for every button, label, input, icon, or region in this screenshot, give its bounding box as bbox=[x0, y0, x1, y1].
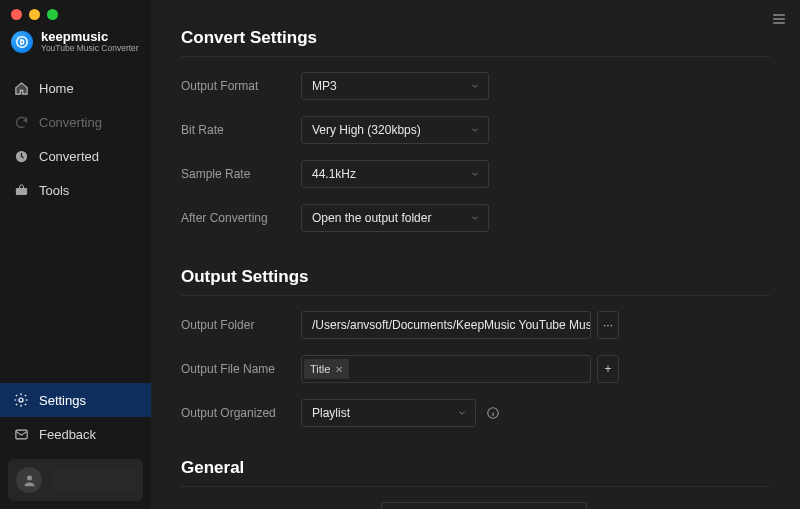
sidebar-item-tools[interactable]: Tools bbox=[0, 174, 151, 208]
row-sample-rate: Sample Rate 44.1kHz bbox=[181, 159, 770, 189]
close-icon[interactable] bbox=[11, 9, 22, 20]
select-appearance[interactable]: dark bbox=[381, 502, 587, 509]
chevron-down-icon bbox=[470, 81, 480, 91]
add-tag-button[interactable]: + bbox=[597, 355, 619, 383]
maximize-icon[interactable] bbox=[47, 9, 58, 20]
row-output-format: Output Format MP3 bbox=[181, 71, 770, 101]
clock-icon bbox=[13, 149, 29, 165]
divider bbox=[181, 56, 770, 57]
sidebar-item-label: Tools bbox=[39, 183, 69, 198]
info-icon[interactable] bbox=[484, 404, 502, 422]
sidebar-item-label: Converting bbox=[39, 115, 102, 130]
label-output-organized: Output Organized bbox=[181, 406, 301, 420]
sidebar-item-label: Converted bbox=[39, 149, 99, 164]
account-card[interactable] bbox=[8, 459, 143, 501]
sync-icon bbox=[13, 115, 29, 131]
select-value: Playlist bbox=[312, 406, 350, 420]
select-value: MP3 bbox=[312, 79, 337, 93]
select-output-organized[interactable]: Playlist bbox=[301, 399, 476, 427]
sidebar-item-converting[interactable]: Converting bbox=[0, 106, 151, 140]
sidebar-item-label: Home bbox=[39, 81, 74, 96]
app-window: keepmusic YouTube Music Converter Home C… bbox=[0, 0, 800, 509]
divider bbox=[181, 295, 770, 296]
brand-subtitle: YouTube Music Converter bbox=[41, 44, 139, 53]
select-value: Open the output folder bbox=[312, 211, 431, 225]
row-bit-rate: Bit Rate Very High (320kbps) bbox=[181, 115, 770, 145]
chevron-down-icon bbox=[470, 125, 480, 135]
sidebar-item-converted[interactable]: Converted bbox=[0, 140, 151, 174]
account-blurred-info bbox=[52, 469, 135, 491]
sidebar-item-settings[interactable]: Settings bbox=[0, 383, 151, 417]
chip-label: Title bbox=[310, 363, 330, 375]
output-folder-field[interactable]: /Users/anvsoft/Documents/KeepMusic YouTu… bbox=[301, 311, 591, 339]
sidebar-item-label: Settings bbox=[39, 393, 86, 408]
chip-remove-icon[interactable]: ✕ bbox=[335, 364, 343, 375]
sidebar: keepmusic YouTube Music Converter Home C… bbox=[0, 0, 151, 509]
main-panel: Convert Settings Output Format MP3 Bit R… bbox=[151, 0, 800, 509]
select-bit-rate[interactable]: Very High (320kbps) bbox=[301, 116, 489, 144]
avatar-icon bbox=[16, 467, 42, 493]
mail-icon bbox=[13, 426, 29, 442]
section-title-convert: Convert Settings bbox=[181, 28, 770, 48]
home-icon bbox=[13, 81, 29, 97]
sidebar-item-feedback[interactable]: Feedback bbox=[0, 417, 151, 451]
toolbox-icon bbox=[13, 183, 29, 199]
brand: keepmusic YouTube Music Converter bbox=[0, 20, 151, 72]
window-controls bbox=[0, 0, 151, 20]
row-output-organized: Output Organized Playlist bbox=[181, 398, 770, 428]
sidebar-item-home[interactable]: Home bbox=[0, 72, 151, 106]
chip-title: Title ✕ bbox=[304, 359, 349, 379]
row-output-filename: Output File Name Title ✕ + bbox=[181, 354, 770, 384]
row-appearance: Appearance dark bbox=[181, 501, 770, 509]
divider bbox=[181, 486, 770, 487]
sidebar-item-label: Feedback bbox=[39, 427, 96, 442]
settings-scroll: Convert Settings Output Format MP3 Bit R… bbox=[151, 0, 800, 509]
menu-button[interactable] bbox=[768, 8, 790, 30]
secondary-nav: Settings Feedback bbox=[0, 383, 151, 451]
gear-icon bbox=[13, 392, 29, 408]
label-bit-rate: Bit Rate bbox=[181, 123, 301, 137]
label-output-filename: Output File Name bbox=[181, 362, 301, 376]
select-sample-rate[interactable]: 44.1kHz bbox=[301, 160, 489, 188]
brand-title: keepmusic bbox=[41, 30, 139, 44]
row-after-converting: After Converting Open the output folder bbox=[181, 203, 770, 233]
svg-rect-2 bbox=[15, 188, 26, 195]
section-title-output: Output Settings bbox=[181, 267, 770, 287]
label-output-folder: Output Folder bbox=[181, 318, 301, 332]
label-output-format: Output Format bbox=[181, 79, 301, 93]
label-sample-rate: Sample Rate bbox=[181, 167, 301, 181]
row-output-folder: Output Folder /Users/anvsoft/Documents/K… bbox=[181, 310, 770, 340]
chevron-down-icon bbox=[470, 213, 480, 223]
select-value: Very High (320kbps) bbox=[312, 123, 421, 137]
select-after-converting[interactable]: Open the output folder bbox=[301, 204, 489, 232]
svg-point-0 bbox=[17, 37, 28, 48]
app-logo-icon bbox=[11, 31, 33, 53]
browse-button[interactable]: ··· bbox=[597, 311, 619, 339]
chevron-down-icon bbox=[470, 169, 480, 179]
primary-nav: Home Converting Converted Tools bbox=[0, 72, 151, 208]
svg-point-3 bbox=[19, 398, 23, 402]
minimize-icon[interactable] bbox=[29, 9, 40, 20]
select-value: 44.1kHz bbox=[312, 167, 356, 181]
field-value: /Users/anvsoft/Documents/KeepMusic YouTu… bbox=[312, 318, 591, 332]
section-title-general: General bbox=[181, 458, 770, 478]
select-output-format[interactable]: MP3 bbox=[301, 72, 489, 100]
label-after-converting: After Converting bbox=[181, 211, 301, 225]
chevron-down-icon bbox=[457, 408, 467, 418]
svg-point-5 bbox=[27, 475, 32, 480]
filename-chip-field[interactable]: Title ✕ bbox=[301, 355, 591, 383]
